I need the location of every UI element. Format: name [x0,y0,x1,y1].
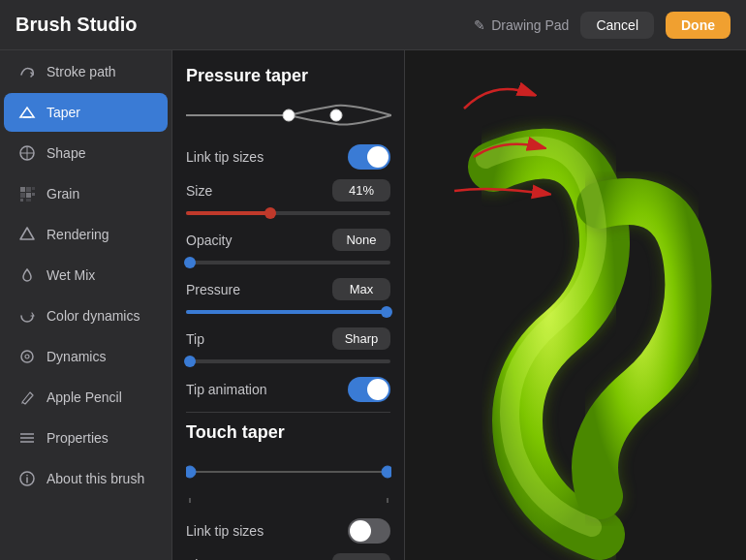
svg-point-15 [25,355,29,358]
svg-point-22 [283,109,295,121]
size-row: Size 41% [186,179,390,215]
tip-slider-track[interactable] [186,359,390,363]
sidebar-label-wet-mix: Wet Mix [47,267,95,283]
svg-point-25 [186,466,196,478]
sidebar-item-color-dynamics[interactable]: Color dynamics [4,296,168,335]
size-value[interactable]: 41% [332,179,390,202]
size-label: Size [186,183,212,199]
touch-link-tip-sizes-row: Link tip sizes [186,518,390,544]
svg-rect-7 [20,193,25,198]
properties-icon [17,428,37,448]
pressure-taper-title: Pressure taper [186,66,390,86]
cancel-button[interactable]: Cancel [580,12,654,39]
wet-mix-icon [17,265,37,285]
tip-animation-toggle[interactable] [348,377,390,402]
sidebar-item-rendering[interactable]: Rendering [4,215,168,254]
opacity-value[interactable]: None [332,229,390,251]
sidebar-label-shape: Shape [47,145,85,161]
touch-size-row: Size None [186,553,390,560]
sidebar-item-properties[interactable]: Properties [4,419,168,457]
header: Brush Studio ✎ Drawing Pad Cancel Done [0,0,746,50]
tip-animation-row: Tip animation [186,377,390,402]
sidebar: Stroke path Taper Shape [0,50,172,560]
sidebar-item-grain[interactable]: Grain [4,174,168,213]
opacity-slider-track[interactable] [186,261,390,264]
sidebar-item-stroke-path[interactable]: Stroke path [4,52,168,91]
apple-pencil-icon [17,388,37,407]
toggle-thumb [367,146,389,168]
size-slider-thumb [264,207,276,219]
link-tip-sizes-toggle[interactable] [348,144,390,170]
svg-rect-11 [20,199,23,202]
touch-size-label: Size [186,557,212,561]
rendering-icon [17,225,37,244]
link-tip-sizes-row: Link tip sizes [186,144,390,170]
pressure-value[interactable]: Max [332,278,390,300]
tip-row: Tip Sharp [186,327,390,363]
svg-point-26 [382,466,391,478]
tip-label: Tip [186,331,204,347]
sidebar-item-taper[interactable]: Taper [4,93,168,132]
touch-taper-section: Touch taper [186,422,390,560]
drawing-pad-button[interactable]: ✎ Drawing Pad [474,17,569,33]
touch-taper-title: Touch taper [186,422,390,443]
sidebar-item-wet-mix[interactable]: Wet Mix [4,256,168,295]
grain-icon [17,184,37,203]
sidebar-item-dynamics[interactable]: Dynamics [4,337,168,376]
touch-link-tip-sizes-label: Link tip sizes [186,523,264,539]
pressure-row: Pressure Max [186,278,390,314]
pressure-slider-fill [186,310,390,314]
svg-rect-8 [26,193,31,198]
sidebar-label-taper: Taper [47,105,80,120]
app-title: Brush Studio [16,14,138,36]
svg-marker-13 [20,228,34,239]
touch-toggle-thumb [350,520,371,542]
svg-rect-12 [26,199,31,202]
tip-slider-thumb [184,356,196,367]
touch-link-tip-sizes-toggle[interactable] [348,518,390,544]
stroke-path-icon [17,62,37,81]
section-divider [186,412,390,413]
svg-rect-9 [32,187,35,190]
touch-size-value[interactable]: None [332,553,390,560]
sidebar-label-dynamics: Dynamics [47,349,106,364]
header-actions: ✎ Drawing Pad Cancel Done [474,12,730,39]
opacity-row: Opacity None [186,229,390,264]
taper-icon [17,103,37,122]
svg-marker-0 [20,108,34,117]
sidebar-item-apple-pencil[interactable]: Apple Pencil [4,378,168,417]
done-button[interactable]: Done [666,12,730,39]
pressure-slider-thumb [381,306,392,318]
tip-value[interactable]: Sharp [332,327,390,350]
pressure-label: Pressure [186,282,240,297]
brush-preview-svg [405,50,746,560]
sidebar-item-about[interactable]: About this brush [4,459,168,498]
shape-icon [17,143,37,163]
drawing-pad-label: Drawing Pad [491,17,569,33]
opacity-slider-thumb [184,257,196,268]
pressure-taper-visualizer [186,102,390,129]
opacity-label: Opacity [186,233,232,248]
sidebar-label-stroke-path: Stroke path [47,64,116,79]
about-icon [17,469,37,488]
svg-rect-6 [26,187,31,192]
sidebar-label-color-dynamics: Color dynamics [47,308,140,324]
svg-rect-5 [20,187,25,192]
drawing-pad-icon: ✎ [474,17,485,33]
sidebar-label-grain: Grain [47,186,79,202]
svg-point-21 [26,475,28,477]
tip-animation-label: Tip animation [186,382,267,397]
preview-canvas [405,50,746,560]
tip-animation-toggle-thumb [367,379,389,400]
touch-taper-visualizer [186,458,390,503]
size-slider-track[interactable] [186,211,390,215]
color-dynamics-icon [17,306,37,326]
sidebar-label-rendering: Rendering [47,227,109,242]
content-panel: Pressure taper Link tip sizes [172,50,405,560]
size-slider-fill [186,211,270,215]
pressure-slider-track[interactable] [186,310,390,314]
svg-point-23 [330,109,342,121]
pressure-taper-section: Pressure taper Link tip sizes [186,66,390,402]
dynamics-icon [17,347,37,366]
sidebar-item-shape[interactable]: Shape [4,134,168,172]
